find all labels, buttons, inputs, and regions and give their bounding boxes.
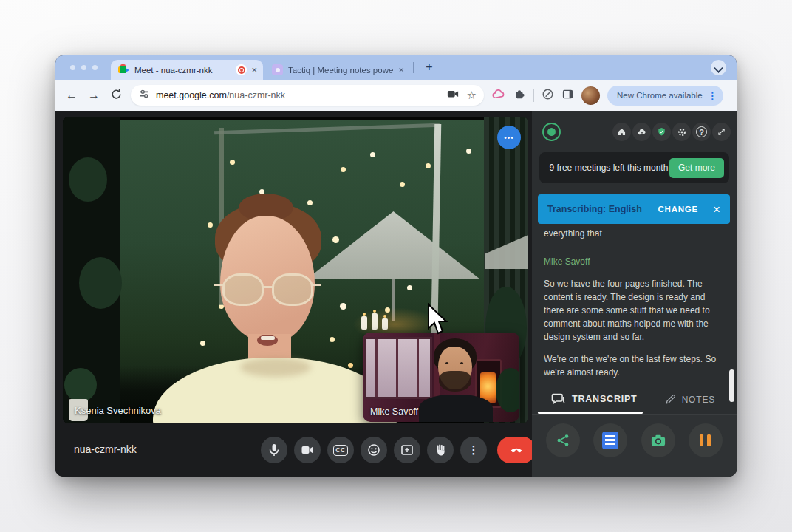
tab-search-chevron-icon[interactable] (711, 60, 726, 75)
change-language-button[interactable]: CHANGE (658, 205, 698, 214)
camera-button[interactable] (294, 437, 321, 463)
tactiq-favicon (272, 64, 283, 75)
open-docs-button[interactable] (593, 423, 627, 457)
foliage (79, 257, 122, 309)
free-meetings-banner: 9 free meetings left this month Get more (539, 152, 729, 183)
google-docs-icon (602, 432, 618, 449)
browser-menu-icon[interactable]: ⋮ (708, 90, 717, 101)
transcript-text: So we have the four pages finished. The … (544, 277, 726, 344)
window-zoom-dot[interactable] (92, 65, 98, 70)
glasses-lens (272, 273, 313, 306)
pip-video-tile[interactable]: Mike Savoff (363, 332, 519, 422)
google-meet-area: ••• Mike Savoff (55, 111, 532, 477)
address-bar[interactable]: meet.google.com/nua-czmr-nkk ☆ (131, 85, 484, 106)
settings-gear-icon[interactable] (672, 123, 691, 141)
teeth (261, 336, 275, 340)
captions-button[interactable]: CC (327, 437, 354, 463)
cloud-sync-icon[interactable] (632, 123, 651, 141)
chrome-update-pill[interactable]: New Chrome available ⋮ (607, 86, 723, 106)
extensions-puzzle-icon[interactable] (513, 87, 526, 103)
pause-transcription-button[interactable] (689, 423, 723, 457)
pip-eye (460, 362, 463, 364)
tab-transcript-label: TRANSCRIPT (572, 394, 638, 404)
transcript-text: everything that (544, 227, 726, 240)
foliage (69, 157, 107, 202)
new-tab-button[interactable]: + (421, 59, 437, 75)
video-left-foliage (63, 117, 120, 423)
end-call-button[interactable] (497, 437, 536, 463)
sidebar-header: ? (541, 120, 731, 146)
chat-bubble-dots: ••• (504, 134, 514, 142)
pencil-icon (665, 394, 676, 405)
tab-close-icon[interactable]: × (398, 65, 404, 75)
tactiq-sidebar: ? 9 free meetings left this month Get mo… (532, 111, 737, 477)
transcribing-banner: Transcribing: English CHANGE × (538, 194, 730, 224)
transcript-panel: everything that Mike Savoff So we have t… (544, 224, 726, 394)
share-button[interactable] (546, 423, 580, 457)
meet-control-bar: nua-czmr-nkk CC ⋮ (55, 423, 532, 477)
browser-toolbar: ← → meet.google.com/nua-czmr-nkk ☆ New C… (55, 80, 737, 111)
url-text: meet.google.com/nua-czmr-nkk (156, 90, 446, 100)
screenshot-button[interactable] (641, 423, 675, 457)
profile-avatar[interactable] (581, 86, 600, 105)
chat-bubble-button[interactable]: ••• (497, 126, 521, 149)
tab-close-icon[interactable]: × (251, 65, 257, 75)
pip-plant (496, 368, 519, 412)
get-more-button[interactable]: Get more (669, 158, 724, 178)
call-controls: CC ⋮ (261, 437, 536, 463)
toolbar-divider (533, 89, 534, 102)
sidebar-action-bar (532, 414, 737, 477)
extension-pink-icon[interactable] (491, 88, 505, 103)
site-info-icon[interactable] (138, 88, 150, 103)
free-meetings-text: 9 free meetings left this month (539, 163, 669, 174)
tab-notes-label: NOTES (682, 395, 715, 405)
popout-pin-icon[interactable] (712, 123, 731, 141)
sidebar-tabs: TRANSCRIPT NOTES (532, 389, 737, 414)
chat-icon (551, 392, 565, 405)
raise-hand-button[interactable] (427, 437, 454, 463)
tab-divider (413, 62, 414, 73)
meet-favicon (118, 64, 129, 75)
banner-close-icon[interactable]: × (713, 203, 720, 216)
mouse-cursor (426, 303, 448, 335)
browser-window: Meet - nua-czmr-nkk × Tactiq | Meeting n… (55, 55, 737, 477)
tactiq-logo (542, 123, 561, 141)
reactions-button[interactable] (361, 437, 387, 463)
pip-eye (446, 362, 448, 364)
plant (64, 368, 97, 402)
side-panel-icon[interactable] (561, 88, 574, 103)
present-screen-button[interactable] (394, 437, 420, 463)
back-button[interactable]: ← (64, 89, 79, 101)
tab-transcript[interactable]: TRANSCRIPT (551, 392, 638, 405)
privacy-shield-icon[interactable] (652, 123, 671, 141)
home-icon[interactable] (612, 123, 631, 141)
microphone-button[interactable] (261, 437, 287, 463)
help-icon[interactable]: ? (692, 123, 711, 141)
tab-tactiq[interactable]: Tactiq | Meeting notes powe × (264, 60, 410, 80)
umbrella-fragment (485, 235, 528, 269)
window-close-dot[interactable] (70, 65, 75, 70)
desktop-background: Meet - nua-czmr-nkk × Tactiq | Meeting n… (0, 0, 792, 532)
pip-shirt (419, 395, 493, 422)
sidebar-header-icons: ? (612, 123, 731, 141)
pip-window (364, 337, 432, 399)
tab-notes[interactable]: NOTES (665, 394, 715, 405)
transcript-text: We're on the we're on the last few steps… (544, 352, 726, 379)
transcribing-label: Transcribing: English (547, 204, 658, 214)
reload-button[interactable] (109, 88, 123, 103)
tab-strip: Meet - nua-czmr-nkk × Tactiq | Meeting n… (55, 55, 737, 80)
extension-circle-icon[interactable] (542, 88, 554, 103)
pip-beard (439, 371, 471, 392)
meeting-code: nua-czmr-nkk (74, 443, 137, 455)
more-options-button[interactable]: ⋮ (460, 437, 487, 463)
window-controls[interactable] (70, 65, 98, 70)
tab-meet[interactable]: Meet - nua-czmr-nkk × (111, 60, 263, 80)
tab-title: Meet - nua-czmr-nkk (134, 66, 233, 75)
bookmark-star-icon[interactable]: ☆ (467, 89, 477, 102)
cc-icon: CC (333, 445, 348, 456)
transcript-speaker: Mike Savoff (544, 255, 726, 268)
recording-indicator-icon (236, 64, 247, 75)
forward-button[interactable]: → (86, 89, 101, 101)
window-minimize-dot[interactable] (81, 65, 86, 70)
camera-permission-icon[interactable] (446, 88, 460, 103)
